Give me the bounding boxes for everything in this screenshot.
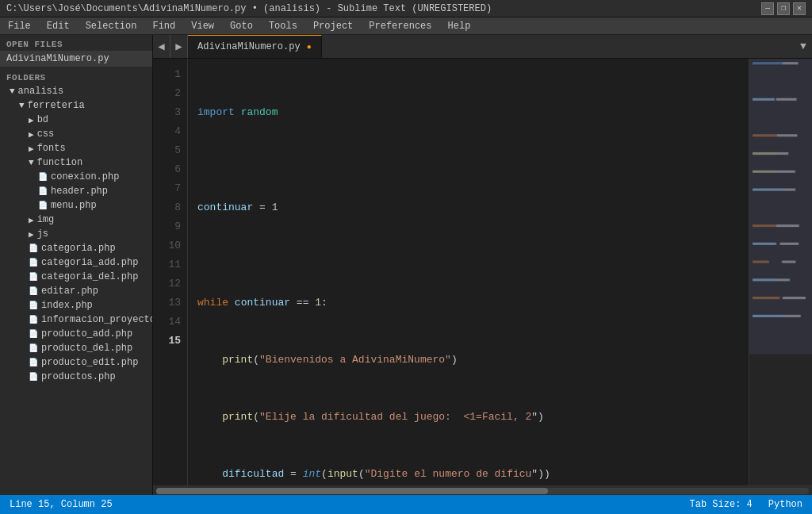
file-icon: 📄	[38, 201, 48, 210]
minimize-button[interactable]: —	[761, 2, 774, 15]
paren-close: )	[451, 354, 458, 366]
file-icon: 📄	[29, 272, 38, 282]
folder-label: fonts	[37, 143, 66, 154]
tree-file-header[interactable]: 📄 header.php	[0, 184, 152, 198]
tab-adivinamero[interactable]: AdivinaMiNumero.py ●	[188, 35, 322, 58]
paren4: (	[358, 468, 365, 480]
string-bienvenidos: "Bienvenidos a AdivinaMiNumero"	[259, 354, 451, 366]
menu-edit[interactable]: Edit	[39, 19, 78, 33]
menu-help[interactable]: Help	[440, 19, 479, 33]
tree-file-conexion[interactable]: 📄 conexion.php	[0, 170, 152, 184]
arrow-down-icon: ▼	[19, 101, 25, 110]
tree-file-categoria-del[interactable]: 📄 categoria_del.php	[0, 270, 152, 284]
titlebar-controls[interactable]: — ❐ ✕	[761, 2, 806, 15]
file-icon: 📄	[29, 301, 38, 310]
file-icon: 📄	[29, 315, 38, 324]
tab-overflow-button[interactable]: ▼	[795, 35, 812, 58]
statusbar-right: Tab Size: 4 Python	[690, 499, 802, 510]
var-dificultad: dificultad	[222, 468, 284, 480]
scrollbar-thumb[interactable]	[156, 488, 548, 494]
menu-goto[interactable]: Goto	[222, 19, 261, 33]
file-icon: 📄	[29, 358, 38, 367]
file-icon: 📄	[29, 286, 38, 296]
menu-find[interactable]: Find	[144, 19, 183, 33]
menu-project[interactable]: Project	[305, 19, 361, 33]
tree-file-index[interactable]: 📄 index.php	[0, 298, 152, 313]
tree-folder-bd[interactable]: ▶ bd	[0, 113, 152, 127]
arrow-right-icon: ▶	[29, 229, 34, 240]
number-1b: 1	[315, 297, 321, 309]
string-digite: "Digite el numero de dificu	[365, 468, 532, 480]
file-label: informacion_proyecto.p	[41, 314, 153, 325]
menubar: File Edit Selection Find View Goto Tools…	[0, 17, 812, 35]
file-label: categoria.php	[41, 243, 116, 254]
line-num: 15	[153, 332, 181, 351]
var-continuar2: continuar	[235, 297, 290, 309]
operator-eqeq: ==	[297, 297, 309, 309]
open-files-section-label: OPEN FILES	[0, 35, 152, 51]
paren5: "))	[531, 468, 550, 480]
titlebar: C:\Users\José\Documents\AdivinaMiNumero.…	[0, 0, 812, 17]
tree-folder-css[interactable]: ▶ css	[0, 127, 152, 141]
line-num: 11	[153, 255, 181, 274]
close-button[interactable]: ✕	[793, 2, 806, 15]
code-editor[interactable]: import random continuar = 1 while contin…	[188, 59, 749, 485]
file-icon: 📄	[29, 372, 38, 382]
tree-folder-img[interactable]: ▶ img	[0, 213, 152, 227]
folder-label: img	[37, 214, 55, 225]
line-num: 10	[153, 236, 181, 255]
maximize-button[interactable]: ❐	[777, 2, 790, 15]
tree-file-producto-add[interactable]: 📄 producto_add.php	[0, 327, 152, 341]
tab-nav-left-button[interactable]: ◀	[153, 35, 170, 58]
arrow-down-icon: ▼	[29, 158, 34, 167]
tree-file-categoria[interactable]: 📄 categoria.php	[0, 241, 152, 255]
scrollbar-track[interactable]	[156, 488, 809, 494]
open-file-item[interactable]: AdivinaMiNumero.py	[0, 51, 152, 67]
paren-close2: ")	[531, 411, 544, 423]
tree-file-categoria-add[interactable]: 📄 categoria_add.php	[0, 255, 152, 270]
string-elije: "Elije la dificultad del juego: <1=Facil…	[259, 411, 531, 423]
tab-nav-right-button[interactable]: ▶	[170, 35, 188, 58]
tree-file-menu[interactable]: 📄 menu.php	[0, 198, 152, 213]
horizontal-scrollbar[interactable]	[153, 485, 812, 495]
cursor-position: Line 15, Column 25	[10, 499, 113, 510]
file-label: menu.php	[51, 200, 97, 211]
code-line-1: import random	[197, 103, 749, 122]
func-print2: print	[222, 411, 253, 423]
tree-folder-analisis[interactable]: ▼ analisis	[0, 84, 152, 98]
menu-view[interactable]: View	[183, 19, 222, 33]
paren-open2: (	[253, 411, 259, 423]
tree-folder-function[interactable]: ▼ function	[0, 155, 152, 170]
file-label: header.php	[51, 186, 108, 197]
folder-label: function	[37, 157, 83, 168]
line-numbers: 1 2 3 4 5 6 7 8 9 10 11 12 13 14 15	[153, 59, 188, 485]
paren3: (	[321, 468, 327, 480]
menu-file[interactable]: File	[0, 19, 39, 33]
tree-file-producto-edit[interactable]: 📄 producto_edit.php	[0, 355, 152, 370]
file-label: producto_edit.php	[41, 357, 138, 368]
folder-label: bd	[37, 114, 48, 125]
tree-file-editar[interactable]: 📄 editar.php	[0, 284, 152, 298]
tree-file-informacion[interactable]: 📄 informacion_proyecto.p	[0, 313, 152, 327]
file-icon: 📄	[29, 329, 38, 339]
menu-tools[interactable]: Tools	[261, 19, 305, 33]
arrow-right-icon: ▶	[29, 215, 34, 225]
tree-folder-fonts[interactable]: ▶ fonts	[0, 141, 152, 155]
tree-file-producto-del[interactable]: 📄 producto_del.php	[0, 341, 152, 355]
module-random: random	[241, 106, 278, 118]
minimap	[749, 59, 812, 485]
menu-selection[interactable]: Selection	[78, 19, 145, 33]
code-line-6: print("Bienvenidos a AdivinaMiNumero")	[197, 351, 749, 370]
file-label: producto_add.php	[41, 328, 132, 339]
tree-folder-ferreteria[interactable]: ▼ ferreteria	[0, 98, 152, 113]
keyword-import: import	[197, 106, 235, 118]
menu-preferences[interactable]: Preferences	[361, 19, 439, 33]
tree-file-productos[interactable]: 📄 productos.php	[0, 370, 152, 384]
number-1: 1	[272, 201, 278, 213]
line-num: 5	[153, 141, 181, 160]
arrow-right-icon: ▶	[29, 144, 34, 154]
tree-folder-js[interactable]: ▶ js	[0, 227, 152, 241]
code-line-7: print("Elije la dificultad del juego: <1…	[197, 408, 749, 427]
line-num: 7	[153, 179, 181, 198]
folder-label: analisis	[18, 86, 64, 97]
